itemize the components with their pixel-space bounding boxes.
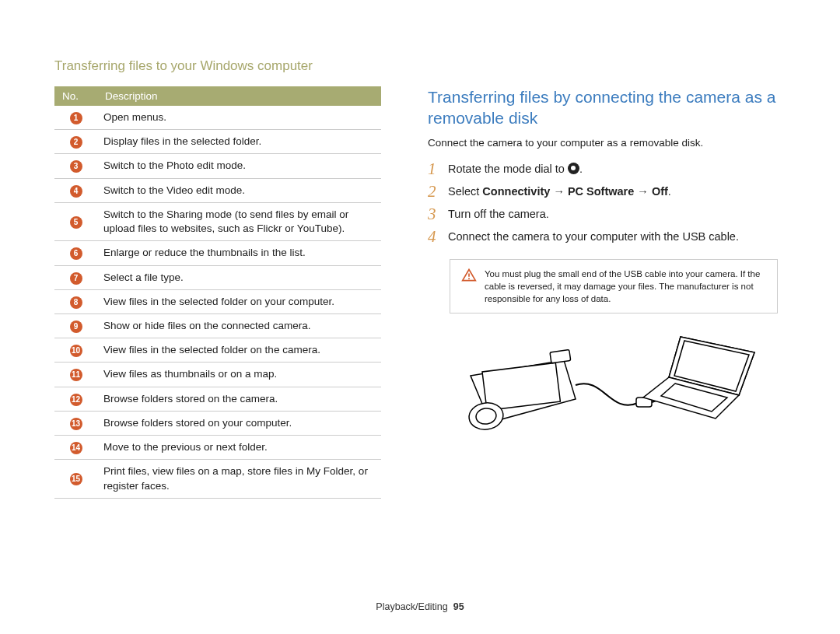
- row-description: Select a file type.: [97, 265, 381, 289]
- step-text: Select Connectivity → PC Software → Off.: [448, 184, 778, 199]
- row-description: Display files in the selected folder.: [97, 130, 381, 154]
- step-text-fragment: Select: [448, 185, 482, 198]
- row-number-badge: 15: [70, 473, 82, 485]
- row-number-badge: 9: [70, 321, 82, 333]
- row-description: Move to the previous or next folder.: [97, 436, 381, 460]
- step-item: 1 Rotate the mode dial to .: [428, 161, 778, 177]
- row-description: View files in the selected folder on you…: [97, 289, 381, 313]
- table-header-description: Description: [97, 86, 381, 106]
- table-row: 14Move to the previous or next folder.: [54, 436, 381, 460]
- table-row: 11View files as thumbnails or on a map.: [54, 363, 381, 387]
- row-number-badge: 14: [70, 442, 82, 454]
- row-description: Browse folders stored on the camera.: [97, 387, 381, 411]
- row-number-badge: 5: [70, 216, 82, 229]
- row-description: Switch to the Sharing mode (to send file…: [97, 202, 381, 240]
- footer-section: Playback/Editing: [376, 601, 447, 612]
- table-row: 13Browse folders stored on your computer…: [54, 411, 381, 435]
- table-row: 8View files in the selected folder on yo…: [54, 289, 381, 313]
- row-number-badge: 6: [70, 247, 82, 260]
- camera-laptop-illustration: [428, 329, 778, 453]
- description-table: No. Description 1Open menus. 2Display fi…: [54, 86, 381, 499]
- step-number: 1: [428, 161, 440, 177]
- footer-page-number: 95: [453, 601, 464, 612]
- row-number-badge: 3: [70, 160, 82, 173]
- table-row: 4Switch to the Video edit mode.: [54, 178, 381, 202]
- step-number: 3: [428, 206, 440, 222]
- step-item: 2 Select Connectivity → PC Software → Of…: [428, 184, 778, 200]
- row-number-badge: 1: [70, 112, 82, 124]
- step-text-fragment: →: [550, 185, 568, 198]
- step-number: 4: [428, 229, 440, 245]
- row-number-badge: 7: [70, 272, 82, 285]
- row-description: Show or hide files on the connected came…: [97, 313, 381, 338]
- step-bold-fragment: Connectivity: [482, 185, 550, 198]
- table-row: 3Switch to the Photo edit mode.: [54, 154, 381, 178]
- table-row: 5Switch to the Sharing mode (to send fil…: [54, 202, 381, 240]
- step-text-fragment: .: [579, 163, 583, 175]
- svg-point-1: [468, 278, 470, 279]
- row-number-badge: 2: [70, 136, 82, 149]
- step-text-fragment: →: [634, 185, 652, 198]
- right-column: Transferring files by connecting the cam…: [428, 86, 778, 499]
- row-description: Browse folders stored on your computer.: [97, 411, 381, 435]
- warning-box: You must plug the small end of the USB c…: [450, 259, 778, 313]
- row-number-badge: 10: [70, 345, 82, 357]
- step-bold-fragment: PC Software: [568, 185, 634, 198]
- page-footer: Playback/Editing 95: [0, 601, 840, 612]
- row-number-badge: 4: [70, 185, 82, 198]
- svg-rect-5: [550, 349, 571, 363]
- two-column-layout: No. Description 1Open menus. 2Display fi…: [54, 86, 786, 499]
- row-description: Enlarge or reduce the thumbnails in the …: [97, 241, 381, 265]
- table-row: 15Print files, view files on a map, stor…: [54, 460, 381, 498]
- step-text-fragment: .: [668, 185, 671, 198]
- left-column: No. Description 1Open menus. 2Display fi…: [54, 86, 381, 499]
- row-description: Open menus.: [97, 106, 381, 130]
- table-row: 12Browse folders stored on the camera.: [54, 387, 381, 411]
- step-text: Connect the camera to your computer with…: [448, 229, 778, 244]
- row-number-badge: 8: [70, 296, 82, 309]
- step-item: 3 Turn off the camera.: [428, 206, 778, 222]
- section-title: Transferring files by connecting the cam…: [428, 86, 778, 129]
- table-row: 6Enlarge or reduce the thumbnails in the…: [54, 241, 381, 265]
- table-header-no: No.: [54, 86, 97, 106]
- row-number-badge: 12: [70, 394, 82, 406]
- row-description: Switch to the Video edit mode.: [97, 178, 381, 202]
- table-row: 9Show or hide files on the connected cam…: [54, 313, 381, 338]
- table-row: 2Display files in the selected folder.: [54, 130, 381, 154]
- section-intro: Connect the camera to your computer as a…: [428, 137, 778, 149]
- row-number-badge: 13: [70, 418, 82, 430]
- step-text: Turn off the camera.: [448, 206, 778, 222]
- steps-list: 1 Rotate the mode dial to . 2 Select Con…: [428, 161, 778, 245]
- step-bold-fragment: Off: [652, 185, 668, 198]
- row-description: Switch to the Photo edit mode.: [97, 154, 381, 178]
- table-row: 1Open menus.: [54, 106, 381, 130]
- mode-dial-icon: [568, 163, 579, 174]
- warning-text: You must plug the small end of the USB c…: [485, 268, 766, 305]
- step-text: Rotate the mode dial to .: [448, 161, 778, 177]
- page-heading: Transferring files to your Windows compu…: [54, 58, 786, 74]
- table-row: 7Select a file type.: [54, 265, 381, 289]
- warning-icon: [461, 268, 477, 283]
- row-description: View files as thumbnails or on a map.: [97, 363, 381, 387]
- step-item: 4 Connect the camera to your computer wi…: [428, 229, 778, 245]
- row-number-badge: 11: [70, 369, 82, 381]
- table-row: 10View files in the selected folder on t…: [54, 338, 381, 363]
- row-description: Print files, view files on a map, store …: [97, 460, 381, 498]
- step-number: 2: [428, 184, 440, 200]
- row-description: View files in the selected folder on the…: [97, 338, 381, 363]
- step-text-fragment: Rotate the mode dial to: [448, 163, 568, 175]
